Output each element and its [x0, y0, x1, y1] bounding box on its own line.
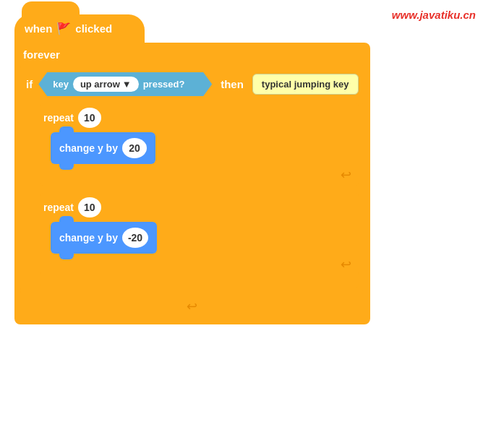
forever-block: forever if key up arrow ▼ pressed? then … — [14, 43, 370, 324]
repeat-block-1: repeat 10 change y by 20 ↩ — [40, 103, 359, 186]
if-bottom-bar — [40, 277, 359, 288]
key-value: up arrow — [80, 79, 120, 90]
repeat-arrow-1: ↩ — [40, 167, 359, 186]
forever-arrow: ↩ — [20, 294, 364, 319]
when-clicked-block[interactable]: when 🚩 clicked — [14, 14, 145, 43]
repeat-label-2: repeat — [43, 202, 74, 213]
if-block: if key up arrow ▼ pressed? then typical … — [20, 65, 364, 294]
tooltip-box: typical jumping key — [252, 74, 359, 95]
scratch-program: when 🚩 clicked forever if key up arrow ▼… — [14, 14, 370, 324]
if-label: if — [26, 78, 33, 90]
when-label: when — [25, 22, 52, 35]
repeat-label-1: repeat — [43, 112, 74, 124]
forever-label: forever — [20, 43, 364, 65]
pressed-text: pressed? — [143, 79, 185, 90]
key-dropdown[interactable]: up arrow ▼ — [73, 77, 139, 92]
key-pressed-condition[interactable]: key up arrow ▼ pressed? — [38, 72, 212, 96]
repeat-block-2: repeat 10 change y by -20 ↩ — [40, 193, 359, 275]
change-y-label-2: change y by — [59, 232, 118, 244]
repeat-row-1: repeat 10 — [40, 105, 359, 131]
change-y-label-1: change y by — [59, 142, 118, 154]
change-y-value-2[interactable]: -20 — [122, 228, 148, 248]
key-text: key — [53, 79, 69, 90]
repeat-count-1[interactable]: 10 — [78, 108, 101, 128]
change-y-block-1[interactable]: change y by 20 — [51, 132, 155, 164]
watermark: www.javatiku.cn — [392, 9, 476, 21]
repeat-count-2[interactable]: 10 — [78, 197, 101, 217]
clicked-label: clicked — [75, 22, 112, 35]
dropdown-arrow-icon: ▼ — [122, 79, 132, 90]
repeat-inner-2: change y by -20 — [40, 220, 359, 257]
repeat-row-2: repeat 10 — [40, 194, 359, 220]
if-inner-content: repeat 10 change y by 20 ↩ rep — [20, 103, 364, 291]
if-top-row: if key up arrow ▼ pressed? then typical … — [20, 65, 364, 103]
then-label: then — [221, 78, 244, 90]
repeat-inner-1: change y by 20 — [40, 131, 359, 167]
change-y-block-2[interactable]: change y by -20 — [51, 222, 157, 254]
repeat-arrow-2: ↩ — [40, 257, 359, 275]
flag-icon: 🚩 — [56, 22, 71, 35]
change-y-value-1[interactable]: 20 — [122, 138, 147, 158]
